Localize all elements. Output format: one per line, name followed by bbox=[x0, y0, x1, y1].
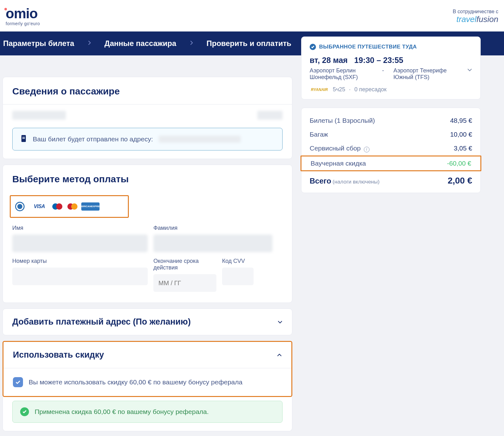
tickets-value: 48,95 € bbox=[450, 117, 472, 124]
trip-duration: 5ч25 bbox=[333, 86, 345, 93]
price-summary-card: Билеты (1 Взрослый) 48,95 € Багаж 10,00 … bbox=[301, 108, 481, 193]
expiry-label: Окончание срока действия bbox=[153, 258, 216, 271]
fee-value: 3,05 € bbox=[454, 144, 472, 152]
svg-rect-1 bbox=[22, 137, 25, 138]
breadcrumb-step-3[interactable]: Проверить и оплатить bbox=[207, 39, 291, 48]
radio-selected-icon[interactable] bbox=[15, 202, 25, 211]
total-value: 2,00 € bbox=[448, 176, 472, 186]
trip-datetime: вт, 28 мая 19:30 – 23:55 bbox=[310, 56, 472, 65]
card-number-label: Номер карты bbox=[12, 258, 148, 264]
discount-body: Вы можете использовать скидку 60,00 € по… bbox=[3, 368, 291, 396]
discount-checkbox-text: Вы можете использовать скидку 60,00 € по… bbox=[29, 378, 243, 386]
card-number-field[interactable] bbox=[12, 268, 148, 285]
logo-text: omio bbox=[6, 6, 37, 21]
tickets-label: Билеты (1 Взрослый) bbox=[310, 117, 375, 124]
trip-time: 19:30 – 23:55 bbox=[354, 56, 404, 65]
trip-origin: Аэропорт Берлин Шонефельд (SXF) bbox=[310, 67, 373, 81]
price-row-tickets: Билеты (1 Взрослый) 48,95 € bbox=[301, 114, 480, 127]
payment-form: Имя Фамилия Номер карты Окончание срока … bbox=[3, 225, 292, 303]
trip-date: вт, 28 мая bbox=[310, 56, 348, 65]
trip-destination: Аэропорт Тенерифе Южный (TFS) bbox=[393, 67, 460, 81]
passenger-card: Сведения о пассажире Ваш билет будет отп… bbox=[3, 77, 292, 159]
email-redacted bbox=[159, 136, 241, 143]
card-number-field-wrap: Номер карты bbox=[12, 258, 148, 292]
discount-applied-text: Применена скидка 60,00 € по вашему бонус… bbox=[35, 408, 209, 416]
ticket-notice: Ваш билет будет отправлен по адресу: bbox=[12, 128, 283, 150]
mastercard-icon bbox=[66, 202, 79, 211]
cvv-label: Код CVV bbox=[222, 258, 272, 264]
breadcrumb-step-2[interactable]: Данные пассажира bbox=[105, 39, 176, 48]
last-name-field-wrap: Фамилия bbox=[153, 225, 272, 252]
dot: · bbox=[349, 86, 351, 93]
price-row-voucher: Ваучерная скидка -60,00 € bbox=[301, 156, 481, 171]
first-name-label: Имя bbox=[12, 225, 148, 231]
price-row-baggage: Багаж 10,00 € bbox=[301, 127, 480, 141]
discount-applied-container: Применена скидка 60,00 € по вашему бонус… bbox=[3, 397, 292, 431]
check-circle-icon bbox=[310, 44, 316, 50]
logo-subtitle: formerly go'euro bbox=[6, 21, 40, 26]
partner-brand: travelfusion bbox=[453, 14, 498, 24]
passenger-name-redacted bbox=[12, 111, 66, 120]
logo-main: omio bbox=[6, 7, 40, 20]
trip-badge-text: ВЫБРАННОЕ ПУТЕШЕСТВИЕ ТУДА bbox=[319, 44, 417, 50]
price-row-total: Всего (налоги включены) 2,00 € bbox=[301, 171, 480, 186]
payment-card: Выберите метод оплаты VISA AMERICANEXPRE… bbox=[3, 165, 292, 303]
amex-icon: AMERICANEXPRESS bbox=[81, 202, 100, 211]
first-name-field[interactable] bbox=[12, 235, 148, 252]
fee-label: Сервисный сбор i bbox=[310, 144, 369, 152]
discount-checkbox[interactable] bbox=[13, 377, 23, 387]
logo-dot-icon bbox=[4, 8, 7, 10]
ticket-icon bbox=[20, 134, 27, 144]
logo[interactable]: omio formerly go'euro bbox=[6, 7, 40, 26]
carrier-row: RYANAIR 5ч25 · 0 пересадок bbox=[310, 86, 472, 93]
partner-label: В сотрудничестве с bbox=[453, 9, 498, 14]
total-sub: (налоги включены) bbox=[333, 179, 380, 185]
billing-address-toggle[interactable]: Добавить платежный адрес (По желанию) bbox=[3, 309, 292, 335]
trip-summary-card: ВЫБРАННОЕ ПУТЕШЕСТВИЕ ТУДА вт, 28 мая 19… bbox=[301, 37, 481, 99]
ticket-notice-text: Ваш билет будет отправлен по адресу: bbox=[33, 135, 153, 143]
expiry-field[interactable] bbox=[153, 274, 216, 292]
billing-title: Добавить платежный адрес (По желанию) bbox=[12, 317, 191, 327]
dash: - bbox=[380, 67, 386, 74]
maestro-icon bbox=[51, 202, 64, 211]
chevron-right-icon bbox=[189, 40, 194, 47]
partner-block: В сотрудничестве с travelfusion bbox=[453, 9, 498, 24]
passenger-row bbox=[3, 105, 292, 124]
discount-title: Использовать скидку bbox=[13, 350, 104, 360]
passenger-title: Сведения о пассажире bbox=[3, 77, 292, 104]
baggage-value: 10,00 € bbox=[450, 131, 472, 138]
breadcrumb-step-1[interactable]: Параметры билета bbox=[3, 39, 74, 48]
card-brands: VISA AMERICANEXPRESS bbox=[30, 202, 100, 211]
chevron-right-icon bbox=[87, 40, 92, 47]
svg-rect-2 bbox=[22, 138, 25, 139]
payment-method-card[interactable]: VISA AMERICANEXPRESS bbox=[10, 195, 129, 218]
last-name-field[interactable] bbox=[153, 235, 272, 252]
cvv-field-wrap: Код CVV bbox=[222, 258, 272, 292]
visa-icon: VISA bbox=[30, 202, 49, 211]
info-icon[interactable]: i bbox=[364, 147, 369, 152]
billing-address-card: Добавить платежный адрес (По желанию) bbox=[3, 309, 292, 335]
total-label: Всего bbox=[310, 177, 331, 185]
top-header: omio formerly go'euro В сотрудничестве с… bbox=[0, 0, 504, 31]
discount-applied-banner: Применена скидка 60,00 € по вашему бонус… bbox=[12, 401, 283, 423]
total-label-wrap: Всего (налоги включены) bbox=[310, 177, 380, 185]
payment-title: Выберите метод оплаты bbox=[3, 165, 292, 192]
discount-card: Использовать скидку Вы можете использова… bbox=[3, 341, 292, 397]
passenger-info-redacted bbox=[257, 111, 283, 120]
partner-brand-a: travel bbox=[456, 14, 477, 24]
expiry-field-wrap: Окончание срока действия bbox=[153, 258, 216, 292]
last-name-label: Фамилия bbox=[153, 225, 272, 231]
first-name-field-wrap: Имя bbox=[12, 225, 148, 252]
trip-badge: ВЫБРАННОЕ ПУТЕШЕСТВИЕ ТУДА bbox=[310, 44, 472, 50]
cvv-field[interactable] bbox=[222, 268, 254, 285]
voucher-label: Ваучерная скидка bbox=[311, 160, 366, 167]
trip-airports[interactable]: Аэропорт Берлин Шонефельд (SXF) - Аэропо… bbox=[310, 67, 472, 81]
check-circle-icon bbox=[20, 407, 29, 416]
price-row-fee: Сервисный сбор i 3,05 € bbox=[301, 141, 480, 156]
trip-transfers: 0 пересадок bbox=[354, 86, 387, 93]
ryanair-logo-icon: RYANAIR bbox=[310, 87, 329, 93]
discount-toggle[interactable]: Использовать скидку bbox=[3, 342, 291, 368]
chevron-down-icon[interactable] bbox=[467, 67, 472, 74]
baggage-label: Багаж bbox=[310, 131, 328, 138]
voucher-value: -60,00 € bbox=[447, 160, 471, 167]
